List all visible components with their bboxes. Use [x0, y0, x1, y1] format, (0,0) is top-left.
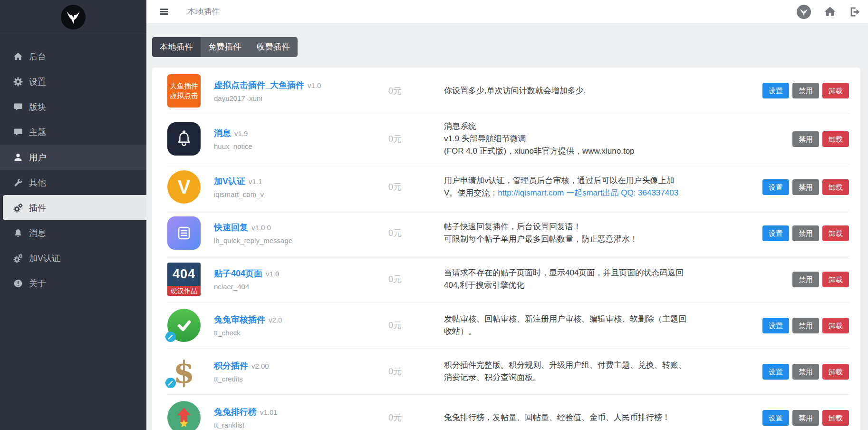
rank-arrow-glyph [171, 405, 197, 430]
sidebar: 后台 设置 版块 主题 用户 其他 插件 消息 [0, 0, 146, 430]
disable-button[interactable]: 禁用 [792, 272, 819, 287]
page-title: 本地插件 [187, 6, 220, 17]
plugin-id: tt_check [214, 329, 383, 337]
sidebar-item-verify-v[interactable]: 加V认证 [0, 245, 146, 271]
plugin-icon-letter: V [178, 176, 191, 198]
plugin-actions: 设置禁用卸载 [762, 83, 849, 98]
sidebar-item-other[interactable]: 其他 [0, 170, 146, 195]
plugin-actions: 禁用卸载 [792, 272, 849, 287]
plugin-price: 0元 [388, 366, 444, 377]
plugin-row: 快速回复v1.0.0 lh_quick_reply_message 0元 帖子快… [167, 210, 849, 256]
home-icon[interactable] [824, 6, 836, 18]
gears-icon [13, 203, 23, 213]
plugin-row: 404硬汉作品 贴子404页面v1.0 nciaer_404 0元 当请求不存在… [167, 256, 849, 302]
sidebar-item-dashboard[interactable]: 后台 [0, 44, 146, 69]
uninstall-button[interactable]: 卸载 [822, 364, 849, 380]
plugin-id: nciaer_404 [214, 283, 383, 291]
tab-free-plugins[interactable]: 免费插件 [201, 37, 249, 57]
uninstall-button[interactable]: 卸载 [822, 179, 849, 195]
disable-button[interactable]: 禁用 [792, 225, 819, 241]
plugin-icon-bell [167, 122, 201, 156]
sidebar-item-plugins[interactable]: 插件 [3, 195, 146, 220]
plugin-actions: 设置禁用卸载 [762, 364, 849, 380]
plugin-description-link[interactable]: http://iqismart.com 一起smart出品 QQ: 364337… [498, 188, 678, 197]
plugin-description-text: 消息系统 v1.9 头部导航细节微调 (FOR 4.0 正式版)，xiuno非官… [444, 122, 635, 156]
xiuno-logo-icon [61, 5, 86, 29]
settings-button[interactable]: 设置 [762, 83, 789, 98]
plugin-description: 用户申请加v认证，管理员后台审核，通过后可以在用户头像上加 V。使用交流：htt… [444, 175, 762, 199]
plugin-name-link[interactable]: 兔兔审核插件 [214, 315, 265, 324]
uninstall-button[interactable]: 卸载 [822, 83, 849, 98]
plugin-row: 大鱼插件 虚拟点击 虚拟点击插件_大鱼插件v1.0 dayu2017_xuni … [167, 68, 849, 114]
plugin-id: tt_ranklist [214, 421, 383, 429]
sidebar-menu: 后台 设置 版块 主题 用户 其他 插件 消息 [0, 34, 146, 296]
plugin-actions: 禁用卸载 [792, 131, 849, 147]
plugin-description-text: 当请求不存在的贴子页面时，显示404页面，并且页面的状态码返回 404,利于搜索… [444, 268, 684, 290]
plugin-description: 发帖审核、回帖审核、新注册用户审核、编辑审核、软删除（主题回 收站）。 [444, 313, 762, 338]
plugin-actions: 设置禁用卸载 [762, 318, 849, 333]
sidebar-item-label: 加V认证 [29, 253, 60, 264]
sign-out-icon[interactable] [849, 6, 861, 18]
plugin-price: 0元 [388, 274, 444, 285]
sidebar-item-topics[interactable]: 主题 [0, 119, 146, 145]
sidebar-item-label: 插件 [29, 202, 46, 214]
plugin-row: 兔兔审核插件v2.0 tt_check 0元 发帖审核、回帖审核、新注册用户审核… [167, 302, 849, 348]
sidebar-item-label: 关于 [29, 278, 46, 289]
plugin-name-link[interactable]: 虚拟点击插件_大鱼插件 [214, 80, 304, 90]
plugin-version: v1.1 [249, 177, 262, 186]
settings-button[interactable]: 设置 [762, 364, 789, 380]
plugin-description-text: 兔兔排行榜，发帖量、回帖量、经验值、金币、人民币排行榜！ [444, 413, 670, 422]
plugin-description-text: 积分插件完整版。积分规则、升级用户组、付费主题、兑换、转账、 消费记录、积分查询… [444, 361, 686, 382]
disable-button[interactable]: 禁用 [792, 364, 819, 380]
plugin-version: v2.0 [269, 316, 282, 324]
sidebar-item-about[interactable]: 关于 [0, 271, 146, 296]
sidebar-item-settings[interactable]: 设置 [0, 69, 146, 94]
sidebar-item-users[interactable]: 用户 [0, 145, 146, 170]
plugin-description-text: 你设置多少,单次访问计数就会增加多少. [444, 86, 586, 95]
gears-icon [13, 254, 23, 263]
disable-button[interactable]: 禁用 [792, 318, 819, 333]
user-icon [13, 153, 23, 162]
uninstall-button[interactable]: 卸载 [822, 225, 849, 241]
disable-button[interactable]: 禁用 [792, 179, 819, 195]
plugin-name-link[interactable]: 贴子404页面 [214, 269, 262, 278]
plugin-description-text: 发帖审核、回帖审核、新注册用户审核、编辑审核、软删除（主题回 收站）。 [444, 314, 686, 336]
plugin-description: 兔兔排行榜，发帖量、回帖量、经验值、金币、人民币排行榜！ [444, 411, 762, 424]
plugin-icon-text: 大鱼插件 虚拟点击 [170, 81, 198, 100]
tab-paid-plugins[interactable]: 收费插件 [249, 37, 298, 57]
plugin-actions: 设置禁用卸载 [762, 225, 849, 241]
plugin-name-link[interactable]: 快速回复 [214, 223, 248, 232]
plugin-name-link[interactable]: 消息 [214, 128, 231, 138]
plugin-description: 当请求不存在的贴子页面时，显示404页面，并且页面的状态码返回 404,利于搜索… [444, 267, 792, 292]
settings-button[interactable]: 设置 [762, 318, 789, 333]
plugin-name-link[interactable]: 加V认证 [214, 176, 245, 186]
uninstall-button[interactable]: 卸载 [822, 410, 849, 426]
settings-button[interactable]: 设置 [762, 410, 789, 426]
settings-button[interactable]: 设置 [762, 225, 789, 241]
plugin-name-link[interactable]: 积分插件 [214, 361, 248, 371]
disable-button[interactable]: 禁用 [792, 131, 819, 147]
disable-button[interactable]: 禁用 [792, 410, 819, 426]
plugin-version: v1.0 [266, 270, 279, 278]
uninstall-button[interactable]: 卸载 [822, 272, 849, 287]
plugin-icon-dollar: $ [167, 355, 201, 388]
xiuno-logo-icon[interactable] [797, 5, 811, 19]
bell-glyph [175, 130, 193, 148]
plugin-description: 积分插件完整版。积分规则、升级用户组、付费主题、兑换、转账、 消费记录、积分查询… [444, 359, 762, 384]
sidebar-item-forums[interactable]: 版块 [0, 94, 146, 119]
tab-local-plugins[interactable]: 本地插件 [152, 37, 201, 57]
plugin-price: 0元 [388, 85, 444, 97]
plugin-name-link[interactable]: 兔兔排行榜 [214, 407, 257, 417]
settings-button[interactable]: 设置 [762, 179, 789, 195]
check-glyph [174, 315, 194, 336]
menu-toggle-button[interactable] [160, 9, 168, 15]
plugin-row: $ 积分插件v2.00 tt_credits 0元 积分插件完整版。积分规则、升… [167, 348, 849, 394]
uninstall-button[interactable]: 卸载 [822, 131, 849, 147]
plugin-icon-404-text: 404 [167, 263, 201, 286]
plugin-list: 大鱼插件 虚拟点击 虚拟点击插件_大鱼插件v1.0 dayu2017_xuni … [167, 68, 849, 430]
uninstall-button[interactable]: 卸载 [822, 318, 849, 333]
disable-button[interactable]: 禁用 [792, 83, 819, 98]
sidebar-item-label: 版块 [29, 101, 46, 113]
comment-icon [13, 127, 23, 137]
sidebar-item-messages[interactable]: 消息 [0, 220, 146, 245]
